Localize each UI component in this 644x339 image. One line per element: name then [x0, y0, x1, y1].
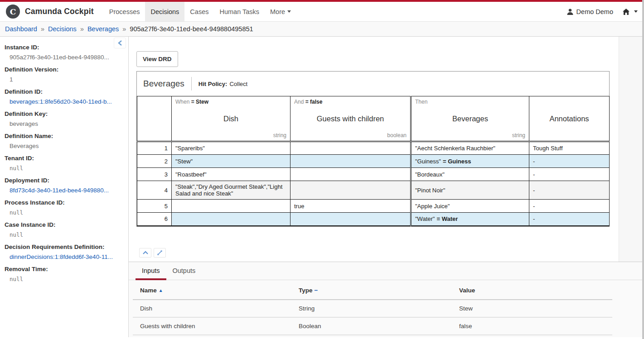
main-content: View DRD Beverages Hit Policy: Collect [129, 37, 644, 337]
breadcrumb-link-decisions[interactable]: Decisions [48, 25, 77, 33]
field-label: Removal Time: [5, 266, 122, 272]
input-value: false [452, 317, 612, 335]
dmn-rule-row-2-matched: 2 "Stew" "Guiness"= Guiness - [137, 155, 610, 168]
dmn-cell-annotation: - [529, 213, 610, 226]
input-name: Dish [133, 300, 291, 317]
field-case-instance-id: Case Instance ID: null [5, 221, 122, 238]
nav-item-cases[interactable]: Cases [184, 2, 214, 21]
definition-id-link[interactable]: beverages:1:8fe56d20-3e40-11ed-b... [5, 98, 122, 105]
title-divider [191, 77, 192, 91]
field-definition-version: Definition Version: 1 [5, 66, 122, 83]
field-definition-key: Definition Key: beverages [5, 110, 122, 127]
field-decision-requirements-definition: Decision Requirements Definition: dinner… [5, 244, 122, 260]
output-type: string [412, 132, 529, 141]
annotation-label: Annotations [529, 99, 609, 138]
expand-panel-button[interactable] [154, 248, 166, 258]
tab-inputs[interactable]: Inputs [136, 262, 166, 280]
home-icon [622, 8, 630, 15]
field-label: Deployment ID: [5, 177, 122, 184]
dmn-input-column-guests: And = false Guests with children boolean [291, 96, 411, 142]
field-value: null [5, 231, 122, 238]
brand-title: Camunda Cockpit [25, 7, 94, 16]
field-label: Definition Version: [5, 66, 122, 73]
brand: C Camunda Cockpit [6, 2, 94, 21]
input-expression: And = false [291, 96, 410, 105]
input-label: Guests with children [291, 105, 410, 132]
dmn-cell-beverage: "Pinot Noir" [411, 181, 529, 200]
hit-policy-label: Hit Policy: [199, 81, 228, 87]
input-row-dish: Dish String Stew [133, 300, 612, 317]
inputs-table: Name▲ Type− Value Dish String Stew Guest… [133, 282, 612, 335]
column-header-name[interactable]: Name▲ [133, 282, 291, 300]
dmn-cell-guests [291, 213, 411, 226]
dmn-cell-beverage: "Apple Juice" [411, 200, 529, 213]
deployment-id-link[interactable]: 8fd73c4d-3e40-11ed-bee4-949880... [5, 187, 122, 194]
field-deployment-id: Deployment ID: 8fd73c4d-3e40-11ed-bee4-9… [5, 177, 122, 194]
panel-controls [139, 248, 619, 258]
breadcrumb-current-id: 905a27f6-3e40-11ed-bee4-949880495851 [130, 25, 253, 33]
dmn-annotations-column: Annotations [529, 96, 610, 142]
home-menu[interactable] [622, 8, 638, 15]
breadcrumb-link-dashboard[interactable]: Dashboard [5, 25, 37, 33]
dmn-cell-annotation: - [529, 200, 610, 213]
view-drd-button[interactable]: View DRD [136, 51, 178, 67]
rule-number: 1 [137, 142, 172, 155]
dmn-title-band: Beverages Hit Policy: Collect [137, 72, 609, 96]
field-label: Definition Name: [5, 133, 122, 139]
annotation-type [529, 138, 609, 141]
field-value: null [5, 165, 122, 172]
instance-details-sidebar: Instance ID: 905a27f6-3e40-11ed-bee4-949… [0, 37, 129, 337]
dmn-cell-dish: "Steak","Dry Aged Gourmet Steak","Light … [172, 181, 291, 200]
window-scrollbar[interactable] [642, 0, 644, 339]
nav-item-decisions[interactable]: Decisions [145, 2, 184, 21]
nav-item-human-tasks[interactable]: Human Tasks [214, 2, 265, 21]
input-type: boolean [291, 132, 410, 141]
tab-outputs[interactable]: Outputs [166, 262, 202, 280]
column-header-value: Value [452, 282, 612, 300]
breadcrumb-separator: » [41, 25, 44, 33]
expand-icon [157, 250, 163, 256]
collapse-panel-button[interactable] [139, 248, 151, 258]
dmn-cell-dish [172, 200, 291, 213]
dmn-cell-dish: "Spareribs" [172, 142, 291, 155]
user-name: Demo Demo [576, 8, 613, 15]
dmn-rule-row-4: 4 "Steak","Dry Aged Gourmet Steak","Ligh… [137, 181, 610, 200]
input-row-guests: Guests with children Boolean false [133, 317, 612, 335]
nav-item-more[interactable]: More [265, 2, 296, 21]
dmn-cell-dish: "Stew" [172, 155, 291, 168]
rule-number: 2 [137, 155, 172, 168]
output-label: Beverages [412, 105, 529, 132]
output-clause: Then [412, 96, 529, 105]
navbar-right: Demo Demo [567, 2, 638, 21]
dmn-cell-annotation: - [529, 155, 610, 168]
sort-ascending-icon: ▲ [159, 288, 163, 293]
dmn-cell-beverage: "Aecht Schlenkerla Rauchbier" [411, 142, 529, 155]
breadcrumb-link-beverages[interactable]: Beverages [87, 25, 119, 33]
input-value: Stew [452, 300, 612, 317]
io-tab-bar: Inputs Outputs [129, 262, 644, 280]
field-removal-time: Removal Time: null [5, 266, 122, 282]
dmn-output-column-beverages: Then Beverages string [411, 96, 529, 142]
input-type: Boolean [291, 317, 452, 335]
dmn-cell-beverage: "Bordeaux" [411, 168, 529, 181]
rule-number: 5 [137, 200, 172, 213]
dmn-cell-beverage: "Water"= Water [411, 213, 529, 226]
dmn-cell-guests [291, 155, 411, 168]
rule-number: 4 [137, 181, 172, 200]
inputs-table-header-row: Name▲ Type− Value [133, 282, 612, 300]
user-menu[interactable]: Demo Demo [567, 8, 613, 15]
dmn-cell-annotation: Tough Stuff [529, 142, 610, 155]
nav-item-processes[interactable]: Processes [104, 2, 145, 21]
hit-policy-value: Collect [229, 81, 247, 87]
column-header-type[interactable]: Type− [291, 282, 452, 300]
chevron-up-icon [143, 251, 148, 254]
decision-requirements-link[interactable]: dinnerDecisions:1:8fdedd6f-3e40-11... [5, 253, 122, 260]
field-value: beverages [5, 120, 122, 127]
chevron-left-icon [118, 40, 122, 46]
nav-item-more-label: More [270, 8, 285, 15]
dmn-rule-row-3: 3 "Roastbeef" "Bordeaux" - [137, 168, 610, 181]
sort-neutral-icon: − [315, 287, 318, 294]
field-value: null [5, 209, 122, 216]
dmn-cell-dish [172, 213, 291, 226]
sidebar-collapse-button[interactable] [114, 38, 126, 48]
